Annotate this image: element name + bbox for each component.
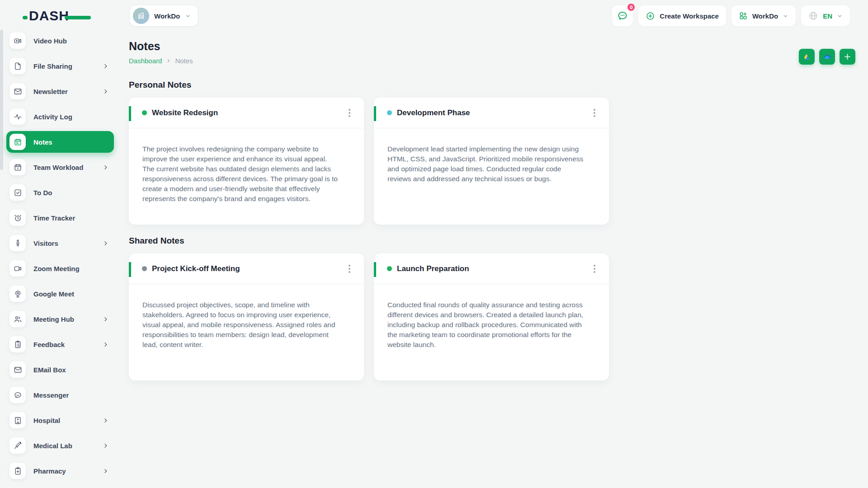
logo-text: DASH	[29, 8, 69, 23]
chevron-right-icon	[103, 468, 108, 474]
google-drive-button[interactable]	[799, 49, 815, 65]
sidebar-item-email-box[interactable]: EMail Box	[6, 359, 114, 380]
sidebar-item-team-workload[interactable]: Team Workload	[6, 156, 114, 178]
sidebar-item-label: Messenger	[33, 391, 69, 399]
note-status-dot	[387, 266, 392, 271]
note-menu-button[interactable]	[591, 262, 598, 276]
personal-notes-section: Personal Notes Website Redesign The proj…	[129, 80, 855, 225]
note-title: Website Redesign	[152, 108, 218, 117]
sidebar-item-activity-log[interactable]: Activity Log	[6, 106, 114, 127]
chevron-right-icon	[103, 63, 108, 69]
sidebar-item-pharmacy[interactable]: Pharmacy	[6, 460, 114, 482]
sidebar-item-label: EMail Box	[33, 366, 66, 374]
webcam-icon	[9, 286, 26, 302]
sidebar-item-label: Zoom Meeting	[33, 265, 80, 272]
messages-count-badge: 0	[627, 3, 636, 12]
main-content: Notes Dashboard Notes	[129, 32, 855, 380]
breadcrumb-dashboard-link[interactable]: Dashboard	[129, 57, 162, 65]
calendar-icon	[9, 159, 26, 175]
note-menu-button[interactable]	[346, 262, 353, 276]
video-camera-icon	[9, 260, 26, 277]
hospital-building-icon	[9, 412, 26, 428]
chevron-down-icon	[783, 13, 788, 19]
card-accent-bar	[129, 106, 131, 121]
workspace-menu-label: WorkDo	[752, 12, 778, 20]
sidebar-item-messenger[interactable]: Messenger	[6, 384, 114, 406]
page-actions	[799, 49, 855, 65]
sidebar-item-label: Visitors	[33, 239, 58, 247]
sidebar-item-label: File Sharing	[33, 62, 72, 70]
top-header: DASH WorkDo 0	[0, 0, 868, 32]
onedrive-button[interactable]	[819, 49, 835, 65]
sidebar-item-medical-lab[interactable]: Medical Lab	[6, 435, 114, 456]
sidebar-item-label: Video Hub	[33, 37, 67, 45]
breadcrumb-current: Notes	[175, 57, 193, 65]
grid-plus-icon	[739, 11, 748, 20]
people-icon	[9, 311, 26, 327]
sidebar-item-label: Medical Lab	[33, 442, 72, 450]
sidebar-item-notes[interactable]: Notes	[6, 131, 114, 153]
sidebar-item-zoom-meeting[interactable]: Zoom Meeting	[6, 258, 114, 279]
note-status-dot	[142, 110, 147, 115]
sidebar-item-label: Pharmacy	[33, 467, 66, 475]
plus-icon	[844, 53, 851, 61]
workspace-avatar	[133, 8, 149, 24]
sidebar-item-time-tracker[interactable]: Time Tracker	[6, 207, 114, 229]
note-card-launch-preparation: Launch Preparation Conducted final round…	[374, 253, 609, 380]
messages-button[interactable]: 0	[612, 5, 633, 26]
activity-pulse-icon	[9, 108, 26, 125]
envelope-icon	[9, 361, 26, 378]
syringe-icon	[9, 437, 26, 454]
chevron-down-icon	[837, 13, 843, 19]
add-note-button[interactable]	[840, 49, 855, 65]
sidebar-item-video-hub[interactable]: Video Hub	[6, 30, 114, 52]
sidebar-item-hospital[interactable]: Hospital	[6, 409, 114, 431]
note-body: The project involves redesigning the com…	[129, 128, 364, 204]
sidebar-scrollbar[interactable]	[0, 30, 3, 170]
sidebar-item-label: Newsletter	[33, 88, 68, 95]
logo-accent-dot	[23, 16, 28, 19]
onedrive-icon	[823, 52, 832, 61]
language-selector[interactable]: EN	[801, 5, 850, 26]
sidebar-item-label: Time Tracker	[33, 214, 75, 222]
sidebar: Video Hub File Sharing Newsletter Activi…	[0, 27, 118, 488]
note-menu-button[interactable]	[591, 106, 598, 120]
section-title: Shared Notes	[129, 236, 855, 246]
chat-bubble-icon	[617, 10, 628, 22]
globe-icon	[808, 11, 818, 21]
sidebar-item-feedback[interactable]: Feedback	[6, 333, 114, 355]
chevron-right-icon	[103, 89, 108, 94]
sidebar-nav: Video Hub File Sharing Newsletter Activi…	[0, 27, 118, 482]
sidebar-item-label: Feedback	[33, 341, 65, 348]
chevron-right-icon	[103, 240, 108, 246]
clipboard-list-icon	[9, 336, 26, 352]
sidebar-item-google-meet[interactable]: Google Meet	[6, 283, 114, 305]
chevron-right-icon	[103, 443, 108, 449]
create-workspace-button[interactable]: Create Workspace	[638, 5, 726, 26]
calendar-notes-icon	[9, 134, 26, 150]
envelope-icon	[9, 83, 26, 99]
header-actions: 0 Create Workspace WorkDo	[612, 5, 850, 26]
card-accent-bar	[374, 106, 376, 121]
workspace-menu-button[interactable]: WorkDo	[731, 5, 796, 26]
sidebar-item-visitors[interactable]: Visitors	[6, 232, 114, 254]
shared-notes-section: Shared Notes Project Kick-off Meeting Di…	[129, 236, 855, 380]
card-accent-bar	[374, 262, 376, 277]
sidebar-item-label: Meeting Hub	[33, 315, 74, 323]
sidebar-item-newsletter[interactable]: Newsletter	[6, 80, 114, 102]
sidebar-item-to-do[interactable]: To Do	[6, 182, 114, 203]
workspace-selector[interactable]: WorkDo	[129, 5, 198, 27]
dash-logo[interactable]: DASH	[29, 8, 92, 23]
chevron-right-icon	[103, 164, 108, 170]
note-status-dot	[142, 266, 147, 271]
sidebar-item-label: Team Workload	[33, 164, 83, 171]
note-title: Development Phase	[397, 108, 470, 117]
note-title: Project Kick-off Meeting	[152, 264, 240, 273]
sidebar-item-file-sharing[interactable]: File Sharing	[6, 55, 114, 77]
note-body: Discussed project objectives, scope, and…	[129, 284, 364, 350]
note-status-dot	[387, 110, 392, 115]
sidebar-item-meeting-hub[interactable]: Meeting Hub	[6, 308, 114, 330]
page-title: Notes	[129, 40, 193, 53]
note-menu-button[interactable]	[346, 106, 353, 120]
chevron-right-icon	[103, 316, 108, 322]
